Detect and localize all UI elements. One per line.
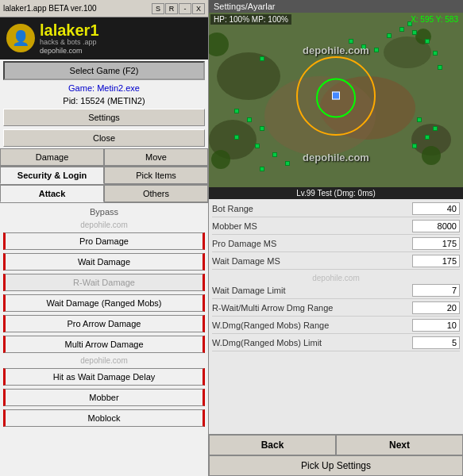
lv-bar: Lv.99 Test (Dmg: 0ms)	[209, 187, 463, 199]
title-buttons: S R - X	[151, 3, 205, 14]
right-panel: Settings/Ayarlar HP: 100% MP: 100% X: 59…	[209, 0, 463, 476]
bypass-label: Bypass	[3, 205, 205, 219]
setting-row: Pro Damage MS	[212, 237, 460, 252]
setting-row: Mobber MS	[212, 220, 460, 235]
app-title: lalaker1.app BETA ver.100	[3, 4, 97, 13]
tab-damage[interactable]: Damage	[0, 148, 104, 166]
tab-pick-items[interactable]: Pick Items	[104, 167, 208, 184]
hpmp-display: HP: 100% MP: 100%	[210, 14, 291, 25]
setting-value-input[interactable]	[412, 336, 460, 349]
mob-dot	[260, 167, 264, 171]
logo-domain: depohile.com	[40, 47, 99, 55]
setting-row: Bot Range	[212, 202, 460, 217]
setting-label: W.Dmg(Ranged Mobs) Limit	[212, 338, 412, 347]
mob-dot	[247, 117, 252, 122]
player-dot	[332, 92, 340, 100]
mob-dot	[412, 30, 417, 35]
mob-dot	[387, 33, 392, 38]
close-button[interactable]: X	[192, 3, 205, 14]
tab-attack[interactable]: Attack	[0, 185, 104, 202]
setting-row: R-Wait/Multi Arrow Dmg Range	[212, 301, 460, 317]
hit-as-wait-damage-delay-btn[interactable]: Hit as Wait Damage Delay	[3, 368, 205, 386]
svg-point-1	[217, 52, 280, 100]
setting-label: Bot Range	[212, 204, 412, 213]
content-watermark-2: depohile.com	[3, 355, 205, 367]
wait-damage-btn[interactable]: Wait Damage	[3, 253, 205, 271]
setting-label: Wait Damage Limit	[212, 286, 412, 295]
setting-value-input[interactable]	[412, 284, 460, 297]
mob-dot	[260, 126, 264, 131]
moblock-btn[interactable]: Moblock	[3, 409, 205, 427]
settings-watermark: depohile.com	[212, 272, 460, 284]
mob-dot	[234, 109, 239, 113]
setting-value-input[interactable]	[412, 319, 460, 332]
mob-dot	[255, 144, 260, 148]
setting-row: Wait Damage MS	[212, 255, 460, 270]
mob-dot	[412, 144, 417, 148]
logo-text-area: lalaker1 hacks & bots .app depohile.com	[40, 22, 99, 55]
tabs-area: Damage Move Security & Login Pick Items …	[0, 148, 208, 476]
tab-row-1: Damage Move	[0, 148, 208, 167]
game-viewport: HP: 100% MP: 100% X: 595 Y: 583 d	[209, 13, 463, 187]
wait-damage-ranged-btn[interactable]: Wait Damage (Ranged Mobs)	[3, 294, 205, 312]
pro-arrow-damage-btn[interactable]: Pro Arrow Damage	[3, 315, 205, 332]
mob-dot	[374, 48, 379, 52]
r-button[interactable]: R	[165, 3, 178, 14]
select-game-button[interactable]: Select Game (F2)	[3, 61, 205, 80]
setting-row: W.Dmg(Ranged Mobs) Range	[212, 319, 460, 334]
logo-icon: 👤	[6, 24, 35, 52]
content-area: Bypass depohile.com Pro Damage Wait Dama…	[0, 203, 208, 476]
svg-point-10	[211, 150, 230, 169]
mob-dot	[361, 44, 366, 49]
pickup-settings-button[interactable]: Pick Up Settings	[209, 455, 463, 476]
setting-value-input[interactable]	[412, 255, 460, 267]
setting-value-input[interactable]	[412, 237, 460, 250]
mob-dot	[433, 126, 438, 131]
logo-area: 👤 lalaker1 hacks & bots .app depohile.co…	[0, 17, 208, 60]
game-label: Game: Metin2.exe	[0, 82, 208, 94]
mob-dot	[417, 117, 422, 122]
r-wait-damage-btn[interactable]: R-Wait Damage	[3, 274, 205, 291]
logo-tagline: hacks & bots .app	[40, 38, 99, 47]
content-watermark: depohile.com	[3, 219, 205, 231]
setting-label: W.Dmg(Ranged Mobs) Range	[212, 321, 412, 330]
mob-dot	[260, 56, 264, 61]
mob-dot	[349, 39, 353, 44]
setting-label: Mobber MS	[212, 221, 412, 231]
setting-label: R-Wait/Multi Arrow Dmg Range	[212, 303, 412, 313]
next-button[interactable]: Next	[336, 435, 463, 455]
setting-label: Pro Damage MS	[212, 239, 412, 248]
mob-dot	[438, 65, 442, 70]
setting-value-input[interactable]	[412, 301, 460, 314]
tab-security-login[interactable]: Security & Login	[0, 167, 104, 184]
tab-row-2: Security & Login Pick Items	[0, 167, 208, 185]
tab-row-3: Attack Others	[0, 185, 208, 203]
tab-move[interactable]: Move	[104, 148, 208, 166]
minimize-button[interactable]: -	[179, 3, 191, 14]
close-main-button[interactable]: Close	[3, 129, 205, 147]
mob-dot	[425, 135, 430, 140]
bottom-bar: Back Next	[209, 434, 463, 455]
settings-title-bar: Settings/Ayarlar	[209, 0, 463, 13]
logo-name: lalaker1	[40, 22, 99, 38]
mobber-btn[interactable]: Mobber	[3, 389, 205, 406]
setting-row: W.Dmg(Ranged Mobs) Limit	[212, 336, 460, 351]
left-panel: lalaker1.app BETA ver.100 S R - X 👤 lala…	[0, 0, 209, 476]
mob-dot	[285, 161, 290, 166]
settings-button[interactable]: Settings	[3, 109, 205, 126]
back-button[interactable]: Back	[209, 435, 336, 455]
tab-others[interactable]: Others	[104, 185, 208, 202]
setting-label: Wait Damage MS	[212, 256, 412, 266]
s-button[interactable]: S	[152, 3, 164, 14]
pid-label: Pid: 15524 (METIN2)	[0, 94, 208, 107]
svg-point-9	[422, 146, 441, 165]
setting-value-input[interactable]	[412, 220, 460, 232]
mob-dot	[399, 27, 404, 32]
setting-value-input[interactable]	[412, 202, 460, 215]
mob-dot	[234, 135, 239, 140]
pro-damage-btn[interactable]: Pro Damage	[3, 232, 205, 250]
multi-arrow-damage-btn[interactable]: Multi Arrow Damage	[3, 336, 205, 353]
mob-dot	[425, 39, 430, 44]
coords-display: X: 595 Y: 583	[407, 14, 461, 25]
mob-dot	[272, 152, 277, 157]
